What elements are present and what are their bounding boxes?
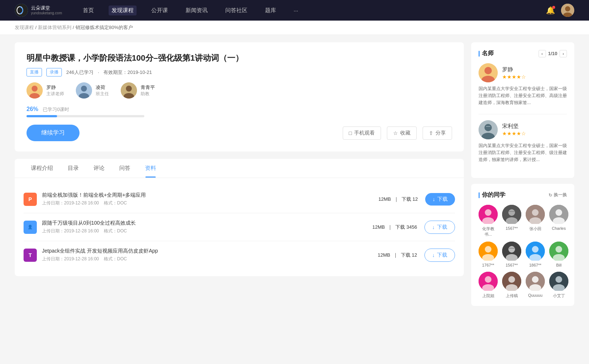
- file-meta-0: 上传日期：2019-12-28 16:00 格式：DOC: [42, 200, 378, 206]
- phone-icon: □: [349, 130, 352, 136]
- classmate-item-2: 张小田: [526, 205, 545, 237]
- notification-bell-icon[interactable]: 🔔: [546, 6, 555, 15]
- prev-page-button[interactable]: ‹: [539, 50, 546, 57]
- classmate-name-1: 1567**: [505, 226, 518, 231]
- teacher-sidebar-stars-1: ★★★★☆: [502, 131, 526, 136]
- file-meta-1: 上传日期：2019-12-28 16:00 格式：DOC: [42, 228, 372, 234]
- svg-point-9: [81, 86, 87, 92]
- tag-live: 直播: [27, 68, 42, 76]
- classmate-item-9: 上传稿: [502, 272, 521, 299]
- classmate-item-5: 1567**: [502, 242, 521, 267]
- course-students: 246人已学习: [66, 69, 94, 76]
- svg-rect-27: [509, 211, 515, 212]
- breadcrumb-link-discover[interactable]: 发现课程: [15, 25, 34, 30]
- svg-point-38: [508, 246, 515, 253]
- share-icon: ⇧: [429, 130, 433, 136]
- classmate-name-9: 上传稿: [506, 293, 518, 299]
- tab-catalog[interactable]: 目录: [60, 159, 86, 178]
- nav-item-open[interactable]: 公开课: [148, 6, 171, 15]
- progress-desc: 已学习0课时: [43, 107, 69, 112]
- teacher-name-2: 青青平: [141, 84, 155, 91]
- teacher-item-2: 青青平 助教: [121, 82, 155, 99]
- next-page-button[interactable]: ›: [560, 50, 567, 57]
- tab-intro[interactable]: 课程介绍: [24, 159, 60, 178]
- teachers-sidebar-card: 名师 ‹ 1/10 ›: [471, 42, 574, 178]
- classmate-name-4: 1767**: [482, 263, 494, 267]
- download-button-1[interactable]: ↓ 下载: [424, 221, 455, 234]
- classmate-avatar-1: [502, 205, 521, 224]
- refresh-icon: ↻: [549, 193, 552, 198]
- nav-item-qa[interactable]: 问答社区: [222, 6, 250, 15]
- teacher-name-1: 凌荷: [96, 84, 109, 91]
- teacher-sidebar-avatar-0: [479, 63, 498, 82]
- content-area: 明星中教授课，小学阶段语法100分–强化级第1讲动词（一） 直播 录播 246人…: [15, 42, 464, 312]
- download-button-2[interactable]: ↓ 下载: [424, 249, 455, 262]
- classmate-item-6: 1867**: [526, 242, 545, 267]
- nav-item-home[interactable]: 首页: [80, 6, 97, 15]
- classmate-item-10: Quuuuu: [526, 272, 545, 299]
- file-stats-2: 12MB ｜ 下载 12: [378, 252, 417, 258]
- tab-qa[interactable]: 问答: [112, 159, 138, 178]
- svg-point-57: [556, 276, 562, 283]
- svg-point-48: [485, 276, 491, 283]
- teacher-avatar-1: [76, 82, 92, 99]
- classmate-name-11: 小艾丁: [553, 293, 565, 299]
- nav-item-exam[interactable]: 题库: [262, 6, 279, 15]
- classmate-avatar-8: [479, 272, 498, 291]
- svg-point-15: [484, 67, 492, 74]
- svg-point-54: [532, 276, 539, 283]
- breadcrumb-link-series[interactable]: 新媒体营销系列: [38, 25, 71, 30]
- teacher-role-0: 主讲老师: [46, 91, 64, 97]
- classmate-avatar-7: [549, 242, 568, 261]
- classmate-avatar-6: [526, 242, 545, 261]
- actions-row: 继续学习 □ 手机观看 ☆ 收藏 ⇧ 分享: [27, 125, 452, 141]
- continue-learning-button[interactable]: 继续学习: [27, 125, 80, 141]
- tab-material[interactable]: 资料: [138, 159, 163, 178]
- collect-button[interactable]: ☆ 收藏: [387, 126, 417, 140]
- nav-item-news[interactable]: 新闻资讯: [183, 6, 211, 15]
- classmate-item-3: Charles: [549, 205, 568, 237]
- classmate-name-6: 1867**: [529, 263, 541, 267]
- watch-phone-button[interactable]: □ 手机观看: [343, 126, 381, 140]
- teachers-row: 罗静 主讲老师 凌荷 班主任: [27, 82, 452, 99]
- classmate-avatar-9: [502, 272, 521, 291]
- tag-record: 录播: [46, 68, 62, 76]
- svg-point-35: [485, 246, 491, 253]
- refresh-classmates-button[interactable]: ↻ 换一换: [549, 192, 567, 198]
- file-name-1: 跟随千万级项目从0到100全过程高效成长: [42, 220, 372, 226]
- logo[interactable]: 云朵课堂 yundouketang.com: [15, 4, 62, 17]
- svg-point-51: [508, 276, 515, 283]
- classmate-avatar-2: [526, 205, 545, 224]
- tab-review[interactable]: 评论: [86, 159, 112, 178]
- file-name-2: Jetpack全组件实战 开发短视频应用高仿皮皮虾App: [42, 248, 378, 254]
- share-button[interactable]: ⇧ 分享: [423, 126, 452, 140]
- user-avatar[interactable]: [561, 4, 574, 17]
- classmate-avatar-3: [549, 205, 568, 224]
- nav-item-discover[interactable]: 发现课程: [109, 6, 137, 15]
- classmate-avatar-10: [526, 272, 545, 291]
- course-valid-until: 有效期至：2019-10-21: [103, 69, 152, 76]
- teacher-item-1: 凌荷 班主任: [76, 82, 109, 99]
- navbar-right: 🔔: [546, 4, 574, 17]
- teacher-sidebar-stars-0: ★★★★☆: [502, 74, 526, 80]
- svg-rect-20: [486, 126, 490, 127]
- file-info-2: Jetpack全组件实战 开发短视频应用高仿皮皮虾App 上传日期：2019-1…: [42, 248, 378, 262]
- teacher-sidebar-desc-1: 国内某重点大学安全工程专业硕士，国家一级注册消防工程师、注册安全工程师、级注册建…: [479, 142, 567, 164]
- teacher-sidebar-item-0: 罗静 ★★★★☆ 国内某重点大学安全工程专业硕士，国家一级注册消防工程师、注册安…: [479, 63, 567, 107]
- svg-point-29: [532, 209, 539, 216]
- nav-item-more[interactable]: ···: [291, 6, 301, 15]
- file-item-0: P 前端全栈加强版！前端全栈+全周期+多端应用 上传日期：2019-12-28 …: [24, 185, 455, 213]
- progress-label: 26% 已学习0课时: [27, 106, 452, 113]
- teacher-name-0: 罗静: [46, 84, 64, 91]
- classmate-item-7: Bill: [549, 242, 568, 267]
- classmate-item-1: 1567**: [502, 205, 521, 237]
- navbar: 云朵课堂 yundouketang.com 首页 发现课程 公开课 新闻资讯 问…: [0, 0, 589, 21]
- star-icon: ☆: [393, 130, 398, 136]
- teacher-divider: [479, 114, 567, 114]
- classmate-name-7: Bill: [556, 263, 562, 267]
- tabs-content: P 前端全栈加强版！前端全栈+全周期+多端应用 上传日期：2019-12-28 …: [15, 178, 464, 276]
- teachers-pagination: ‹ 1/10 ›: [539, 50, 567, 57]
- teacher-sidebar-desc-0: 国内某重点大学安全工程专业硕士，国家一级注册消防工程师、注册安全工程师、高级注册…: [479, 85, 567, 107]
- download-button-0[interactable]: ↓ 下载: [425, 193, 455, 206]
- file-info-1: 跟随千万级项目从0到100全过程高效成长 上传日期：2019-12-28 16:…: [42, 220, 372, 234]
